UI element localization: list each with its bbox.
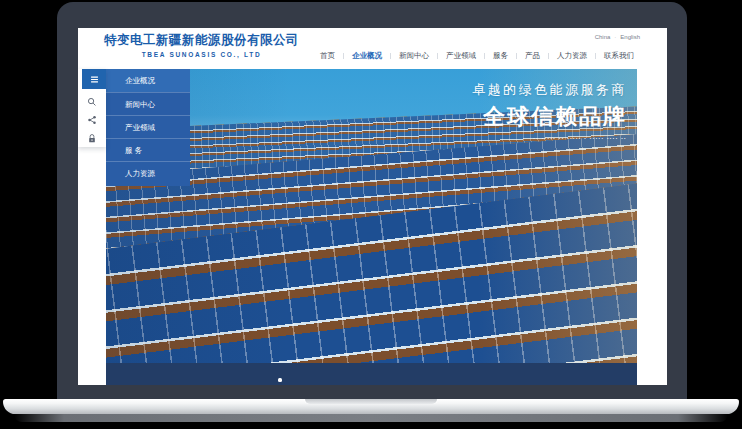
main-nav: 首页 企业概况 新闻中心 产业领域 服务 产品 人力资源 联系我们 <box>312 51 642 61</box>
nav-item-service[interactable]: 服务 <box>485 51 516 61</box>
menu-button[interactable] <box>82 69 106 89</box>
lang-english[interactable]: English <box>620 34 640 40</box>
search-icon <box>87 97 97 107</box>
sidebar-item-human-resources[interactable]: 人力资源 <box>106 161 190 184</box>
lang-china[interactable]: China <box>595 34 611 40</box>
logo-subtitle: TBEA SUNOASIS CO., LTD <box>104 51 299 58</box>
hero-text: 卓越的绿色能源服务商 全球信赖品牌 •• ••••• •• ••••• • ••… <box>472 81 627 141</box>
sidebar-item-label: 新闻中心 <box>125 100 155 109</box>
lock-button[interactable] <box>78 130 106 146</box>
sidebar-item-news-center[interactable]: 新闻中心 <box>106 92 190 115</box>
laptop-base <box>3 399 739 414</box>
nav-item-company-profile[interactable]: 企业概况 <box>344 51 390 61</box>
share-icon <box>87 115 97 125</box>
site-logo[interactable]: 特变电工新疆新能源股份有限公司 TBEA SUNOASIS CO., LTD <box>104 32 299 58</box>
sidebar-item-company-profile[interactable]: 企业概况 <box>106 69 190 92</box>
laptop-base-shadow <box>14 414 728 422</box>
logo-title: 特变电工新疆新能源股份有限公司 <box>104 32 299 49</box>
sidebar-item-label: 企业概况 <box>125 76 155 85</box>
nav-item-contact-us[interactable]: 联系我们 <box>596 51 642 61</box>
sidebar-item-industry-fields[interactable]: 产业领域 <box>106 115 190 138</box>
site-header: 特变电工新疆新能源股份有限公司 TBEA SUNOASIS CO., LTD C… <box>78 28 667 69</box>
hero-tagline: •• ••••• •• ••••• • ••••• •••• •• <box>472 136 627 141</box>
scene: 特变电工新疆新能源股份有限公司 TBEA SUNOASIS CO., LTD C… <box>0 0 742 429</box>
search-button[interactable] <box>78 94 106 110</box>
hero-headline-top: 卓越的绿色能源服务商 <box>472 81 627 99</box>
sidebar-item-label: 服 务 <box>125 146 142 155</box>
lock-icon <box>87 133 97 144</box>
nav-item-news-center[interactable]: 新闻中心 <box>391 51 437 61</box>
lang-separator: · <box>614 34 616 40</box>
nav-item-human-resources[interactable]: 人力资源 <box>549 51 595 61</box>
share-button[interactable] <box>78 112 106 128</box>
hero-headline-main: 全球信赖品牌 <box>472 102 627 132</box>
laptop-base-notch <box>305 399 437 404</box>
nav-item-industry-fields[interactable]: 产业领域 <box>438 51 484 61</box>
sidebar-item-label: 产业领域 <box>125 123 155 132</box>
sidebar-item-service[interactable]: 服 务 <box>106 138 190 161</box>
language-switch: China · English <box>595 34 640 40</box>
sidebar-menu: 企业概况 新闻中心 产业领域 服 务 人力资源 <box>106 69 190 186</box>
nav-item-home[interactable]: 首页 <box>312 51 343 61</box>
webpage: 特变电工新疆新能源股份有限公司 TBEA SUNOASIS CO., LTD C… <box>78 28 667 385</box>
hamburger-icon <box>89 74 100 85</box>
laptop-screen: 特变电工新疆新能源股份有限公司 TBEA SUNOASIS CO., LTD C… <box>57 2 687 400</box>
sidebar-item-label: 人力资源 <box>125 169 155 178</box>
nav-item-products[interactable]: 产品 <box>517 51 548 61</box>
quick-toolbar <box>78 69 106 147</box>
page-footer <box>106 363 637 385</box>
slider-dot[interactable] <box>278 378 282 382</box>
